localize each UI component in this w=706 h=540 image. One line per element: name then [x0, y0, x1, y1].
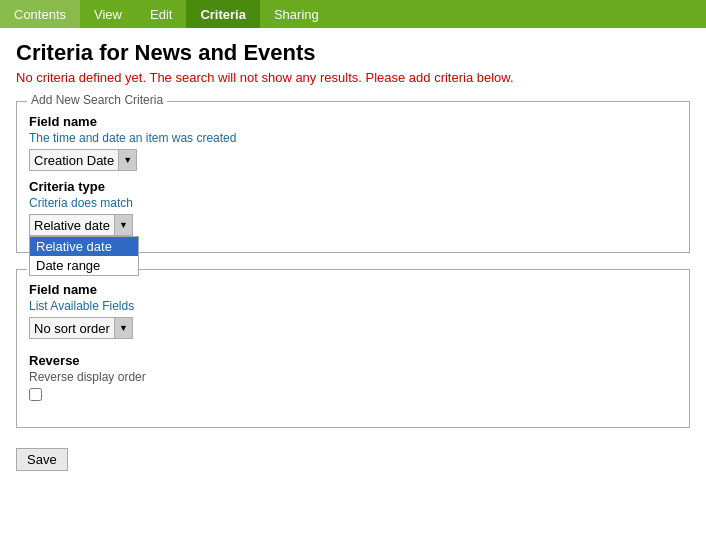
reverse-hint: Reverse display order [29, 370, 677, 384]
nav-tab-sharing[interactable]: Sharing [260, 0, 333, 28]
field-name-select-wrapper[interactable]: Creation Date ▼ [29, 149, 137, 171]
sort-field-value: No sort order [30, 319, 114, 338]
nav-tab-contents[interactable]: Contents [0, 0, 80, 28]
field-name-value: Creation Date [30, 151, 118, 170]
page-content: Criteria for News and Events No criteria… [0, 28, 706, 483]
reverse-checkbox[interactable] [29, 388, 42, 401]
nav-tab-criteria[interactable]: Criteria [186, 0, 260, 28]
field-name-label: Field name [29, 114, 677, 129]
no-criteria-message: No criteria defined yet. The search will… [16, 70, 690, 85]
add-criteria-legend: Add New Search Criteria [27, 93, 167, 107]
criteria-type-dropdown-wrapper[interactable]: Relative date ▼ Relative date Date range [29, 214, 133, 236]
page-title: Criteria for News and Events [16, 40, 690, 66]
nav-tab-view[interactable]: View [80, 0, 136, 28]
save-button[interactable]: Save [16, 448, 68, 471]
criteria-type-arrow[interactable]: ▼ [114, 215, 132, 235]
sort-field-name-label: Field name [29, 282, 677, 297]
sort-field-arrow[interactable]: ▼ [114, 318, 132, 338]
criteria-type-control[interactable]: Relative date ▼ [29, 214, 133, 236]
reverse-checkbox-row [29, 388, 677, 401]
field-name-arrow[interactable]: ▼ [118, 150, 136, 170]
dropdown-option-relative-date[interactable]: Relative date [30, 237, 138, 256]
sort-field-hint: List Available Fields [29, 299, 677, 313]
criteria-type-hint: Criteria does match [29, 196, 677, 210]
nav-bar: Contents View Edit Criteria Sharing [0, 0, 706, 28]
sort-order-section: Set Sort Order Field name List Available… [16, 269, 690, 428]
dropdown-option-date-range[interactable]: Date range [30, 256, 138, 275]
reverse-label: Reverse [29, 353, 677, 368]
criteria-type-dropdown-list: Relative date Date range [29, 236, 139, 276]
nav-tab-edit[interactable]: Edit [136, 0, 186, 28]
add-criteria-section: Add New Search Criteria Field name The t… [16, 101, 690, 253]
field-name-hint: The time and date an item was created [29, 131, 677, 145]
criteria-type-label: Criteria type [29, 179, 677, 194]
sort-field-select-wrapper[interactable]: No sort order ▼ [29, 317, 133, 339]
criteria-type-value: Relative date [30, 216, 114, 235]
